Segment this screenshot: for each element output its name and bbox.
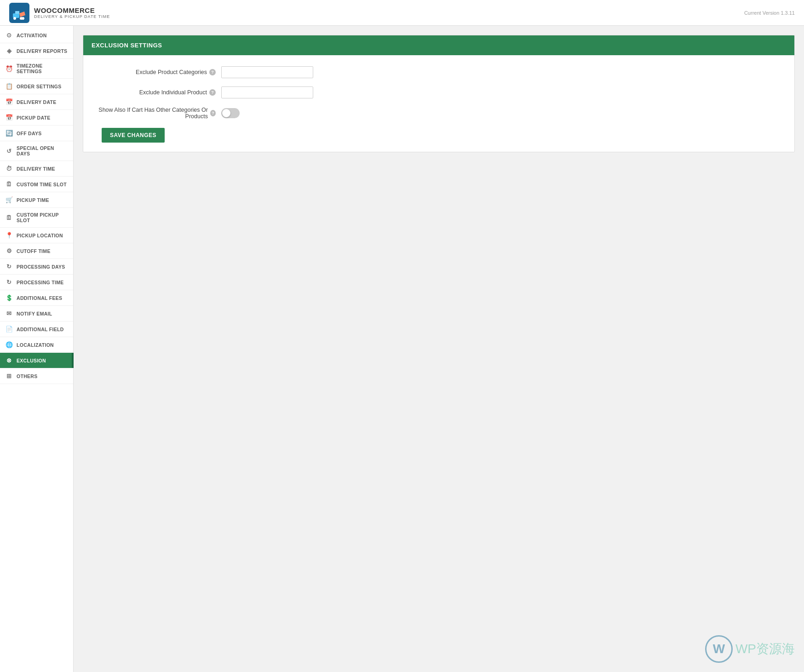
sidebar-item-pickup-time[interactable]: 🛒PICKUP TIME	[0, 192, 73, 208]
processing-time-icon: ↻	[6, 279, 13, 286]
sidebar-item-custom-time-slot[interactable]: 🗓CUSTOM TIME SLOT	[0, 177, 73, 192]
sidebar-label-additional-fees: ADDITIONAL FEES	[17, 295, 62, 301]
special-open-days-icon: ↺	[6, 148, 13, 155]
sidebar-label-pickup-date: PICKUP DATE	[17, 115, 51, 121]
sidebar-item-order-settings[interactable]: 📋ORDER SETTINGS	[0, 79, 73, 94]
wp-text: WP资源海	[735, 640, 795, 658]
sidebar-item-special-open-days[interactable]: ↺SPECIAL OPEN DAYS	[0, 141, 73, 161]
sidebar: ⊙ACTIVATION◈DELIVERY REPORTS⏰TIMEZONE SE…	[0, 26, 74, 672]
sidebar-label-pickup-location: PICKUP LOCATION	[17, 233, 63, 238]
show-also-label: Show Also If Cart Has Other Categories O…	[92, 107, 221, 120]
svg-rect-2	[15, 11, 19, 14]
sidebar-item-exclusion[interactable]: ⊗EXCLUSION	[0, 353, 73, 368]
wp-logo: W	[705, 635, 733, 663]
sidebar-label-pickup-time: PICKUP TIME	[17, 197, 49, 203]
exclude-product-input[interactable]	[221, 86, 313, 98]
toggle-thumb	[222, 109, 230, 117]
exclude-categories-input[interactable]	[221, 66, 313, 78]
sidebar-item-cutoff-time[interactable]: ⚙CUTOFF TIME	[0, 243, 73, 259]
wp-watermark: W WP资源海	[705, 635, 795, 663]
exclusion-icon: ⊗	[6, 357, 13, 364]
show-also-toggle[interactable]	[221, 108, 240, 118]
sidebar-item-timezone-settings[interactable]: ⏰TIMEZONE SETTINGS	[0, 59, 73, 79]
sidebar-item-processing-time[interactable]: ↻PROCESSING TIME	[0, 275, 73, 290]
save-changes-button[interactable]: SAVE CHANGES	[102, 128, 165, 143]
sidebar-item-off-days[interactable]: 🔄OFF DAYS	[0, 126, 73, 141]
sidebar-label-processing-days: PROCESSING DAYS	[17, 264, 65, 270]
exclude-categories-row: Exclude Product Categories ?	[92, 66, 785, 78]
sidebar-label-exclusion: EXCLUSION	[17, 358, 46, 363]
processing-days-icon: ↻	[6, 263, 13, 270]
logo-text: WOOCOMMERCE DELIVERY & PICKUP DATE TIME	[34, 6, 110, 19]
sidebar-label-delivery-time: DELIVERY TIME	[17, 166, 55, 172]
exclude-product-row: Exclude Individual Product ?	[92, 86, 785, 98]
logo-area: WOOCOMMERCE DELIVERY & PICKUP DATE TIME	[9, 3, 110, 23]
custom-pickup-slot-icon: 🗓	[6, 214, 13, 221]
delivery-time-icon: ⏱	[6, 165, 13, 172]
sidebar-label-delivery-date: DELIVERY DATE	[17, 99, 57, 105]
localization-icon: 🌐	[6, 341, 13, 348]
sidebar-item-pickup-date[interactable]: 📅PICKUP DATE	[0, 110, 73, 126]
cutoff-time-icon: ⚙	[6, 247, 13, 254]
sidebar-item-others[interactable]: ⊞OTHERS	[0, 368, 73, 384]
sidebar-label-timezone-settings: TIMEZONE SETTINGS	[17, 63, 68, 74]
toggle-track	[221, 108, 240, 118]
additional-fees-icon: 💲	[6, 294, 13, 301]
settings-card: EXCLUSION SETTINGS Exclude Product Categ…	[83, 35, 795, 152]
sidebar-item-activation[interactable]: ⊙ACTIVATION	[0, 28, 73, 43]
sidebar-label-special-open-days: SPECIAL OPEN DAYS	[17, 145, 68, 156]
sidebar-item-processing-days[interactable]: ↻PROCESSING DAYS	[0, 259, 73, 275]
exclude-product-label: Exclude Individual Product ?	[92, 89, 221, 96]
off-days-icon: 🔄	[6, 130, 13, 137]
svg-point-3	[13, 17, 16, 20]
exclude-product-help-icon[interactable]: ?	[209, 89, 216, 96]
svg-point-5	[22, 17, 24, 20]
sidebar-item-delivery-date[interactable]: 📅DELIVERY DATE	[0, 94, 73, 110]
sidebar-item-custom-pickup-slot[interactable]: 🗓CUSTOM PICKUP SLOT	[0, 208, 73, 228]
exclude-categories-help-icon[interactable]: ?	[209, 69, 216, 75]
sidebar-label-processing-time: PROCESSING TIME	[17, 280, 64, 285]
content: EXCLUSION SETTINGS Exclude Product Categ…	[74, 26, 804, 672]
pickup-date-icon: 📅	[6, 114, 13, 121]
pickup-location-icon: 📍	[6, 232, 13, 239]
sidebar-label-off-days: OFF DAYS	[17, 131, 42, 136]
sidebar-label-others: OTHERS	[17, 373, 38, 379]
sidebar-label-cutoff-time: CUTOFF TIME	[17, 248, 51, 254]
sidebar-item-additional-field[interactable]: 📄ADDITIONAL FIELD	[0, 322, 73, 337]
sidebar-item-additional-fees[interactable]: 💲ADDITIONAL FEES	[0, 290, 73, 306]
logo-subtitle: DELIVERY & PICKUP DATE TIME	[34, 14, 110, 19]
show-also-help-icon[interactable]: ?	[210, 110, 216, 116]
sidebar-item-pickup-location[interactable]: 📍PICKUP LOCATION	[0, 228, 73, 243]
activation-icon: ⊙	[6, 32, 13, 39]
logo-title: WOOCOMMERCE	[34, 6, 110, 14]
card-header: EXCLUSION SETTINGS	[83, 35, 794, 55]
sidebar-label-activation: ACTIVATION	[17, 33, 47, 38]
timezone-settings-icon: ⏰	[6, 65, 13, 72]
sidebar-item-localization[interactable]: 🌐LOCALIZATION	[0, 337, 73, 353]
custom-time-slot-icon: 🗓	[6, 181, 13, 188]
main-layout: ⊙ACTIVATION◈DELIVERY REPORTS⏰TIMEZONE SE…	[0, 26, 804, 672]
sidebar-label-custom-time-slot: CUSTOM TIME SLOT	[17, 182, 67, 187]
order-settings-icon: 📋	[6, 83, 13, 90]
additional-field-icon: 📄	[6, 326, 13, 333]
sidebar-label-localization: LOCALIZATION	[17, 342, 54, 348]
exclude-categories-label: Exclude Product Categories ?	[92, 69, 221, 75]
delivery-reports-icon: ◈	[6, 47, 13, 54]
top-bar: WOOCOMMERCE DELIVERY & PICKUP DATE TIME …	[0, 0, 804, 26]
sidebar-label-delivery-reports: DELIVERY REPORTS	[17, 48, 67, 54]
version-text: Current Version 1.3.11	[744, 10, 795, 16]
pickup-time-icon: 🛒	[6, 196, 13, 203]
show-also-row: Show Also If Cart Has Other Categories O…	[92, 107, 785, 120]
sidebar-label-additional-field: ADDITIONAL FIELD	[17, 327, 64, 332]
sidebar-label-order-settings: ORDER SETTINGS	[17, 84, 62, 89]
card-body: Exclude Product Categories ? Exclude Ind…	[83, 55, 794, 152]
sidebar-item-notify-email[interactable]: ✉NOTIFY EMAIL	[0, 306, 73, 322]
delivery-date-icon: 📅	[6, 98, 13, 105]
notify-email-icon: ✉	[6, 310, 13, 317]
sidebar-item-delivery-reports[interactable]: ◈DELIVERY REPORTS	[0, 43, 73, 59]
sidebar-item-delivery-time[interactable]: ⏱DELIVERY TIME	[0, 161, 73, 177]
others-icon: ⊞	[6, 373, 13, 379]
svg-rect-1	[13, 13, 19, 18]
sidebar-label-custom-pickup-slot: CUSTOM PICKUP SLOT	[17, 212, 68, 223]
sidebar-label-notify-email: NOTIFY EMAIL	[17, 311, 52, 316]
